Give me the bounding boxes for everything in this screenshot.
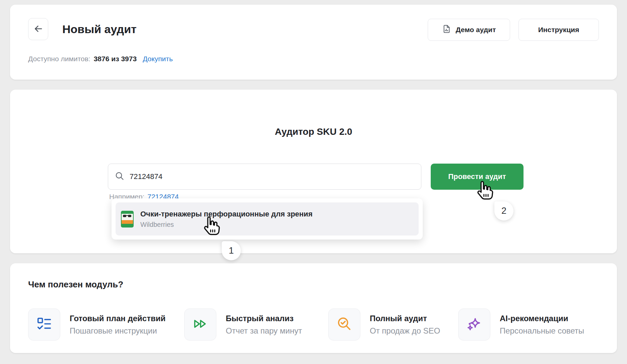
suggestion-texts: Очки-тренажеры перфорационные для зрения… xyxy=(140,210,312,229)
feature-tile xyxy=(328,308,360,341)
feature-subtitle: Отчет за пару минут xyxy=(226,326,302,336)
demo-audit-button[interactable]: Демо аудит xyxy=(428,19,510,41)
feature-texts: Быстрый анализ Отчет за пару минут xyxy=(226,314,302,336)
limits-label: Доступно лимитов: xyxy=(28,55,90,63)
step-badge-1: 1 xyxy=(222,241,241,260)
sku-search-input[interactable] xyxy=(130,172,414,181)
feature-full-audit: Полный аудит От продаж до SEO xyxy=(328,308,440,341)
page-title: Новый аудит xyxy=(62,18,137,40)
feature-title: AI-рекомендации xyxy=(500,314,584,323)
feature-tile xyxy=(458,308,490,341)
header-card: Новый аудит Доступно лимитов: 3876 из 39… xyxy=(10,5,617,80)
hand-cursor-icon xyxy=(474,179,496,201)
sparkles-icon xyxy=(467,316,482,333)
instruction-label: Инструкция xyxy=(538,26,579,34)
audit-card: Аудитор SKU 2.0 Провести аудит Например:… xyxy=(10,90,617,253)
feature-texts: Готовый план действий Пошаговые инструкц… xyxy=(70,314,165,336)
checklist-icon xyxy=(37,316,52,333)
feature-title: Готовый план действий xyxy=(70,314,165,323)
hand-cursor-icon xyxy=(201,215,222,236)
search-icon xyxy=(115,171,124,182)
feature-subtitle: Персональные советы xyxy=(500,326,584,336)
back-button[interactable] xyxy=(28,18,48,40)
suggestion-title: Очки-тренажеры перфорационные для зрения xyxy=(140,210,312,218)
feature-title: Быстрый анализ xyxy=(226,314,302,323)
benefits-card: Чем полезен модуль? Готовый план действи… xyxy=(10,263,617,353)
feature-action-plan: Готовый план действий Пошаговые инструкц… xyxy=(28,308,165,341)
feature-subtitle: Пошаговые инструкции xyxy=(70,326,165,336)
search-suggestions-dropdown: Очки-тренажеры перфорационные для зрения… xyxy=(112,198,423,240)
suggestion-source: Wildberries xyxy=(140,221,312,229)
fast-forward-icon xyxy=(193,316,208,333)
step-badge-2: 2 xyxy=(494,201,513,220)
instruction-button[interactable]: Инструкция xyxy=(518,19,599,41)
feature-tile xyxy=(184,308,216,341)
feature-title: Полный аудит xyxy=(370,314,440,323)
limits-row: Доступно лимитов: 3876 из 3973 Докупить xyxy=(28,55,173,63)
feature-texts: Полный аудит От продаж до SEO xyxy=(370,314,440,336)
demo-audit-label: Демо аудит xyxy=(456,26,496,34)
buy-more-link[interactable]: Докупить xyxy=(143,55,173,63)
arrow-left-icon xyxy=(33,24,43,35)
module-title: Аудитор SKU 2.0 xyxy=(10,126,617,137)
search-check-icon xyxy=(337,316,352,333)
feature-subtitle: От продаж до SEO xyxy=(370,326,440,336)
feature-fast-analysis: Быстрый анализ Отчет за пару минут xyxy=(184,308,302,341)
suggestion-item[interactable]: Очки-тренажеры перфорационные для зрения… xyxy=(116,202,419,236)
feature-tile xyxy=(28,308,60,341)
document-chart-icon xyxy=(442,24,451,35)
sku-search-box[interactable] xyxy=(108,164,421,190)
feature-ai-recommendations: AI-рекомендации Персональные советы xyxy=(458,308,584,341)
product-thumbnail xyxy=(121,211,134,227)
benefits-heading: Чем полезен модуль? xyxy=(28,279,123,290)
feature-texts: AI-рекомендации Персональные советы xyxy=(500,314,584,336)
limits-value: 3876 из 3973 xyxy=(94,55,137,63)
